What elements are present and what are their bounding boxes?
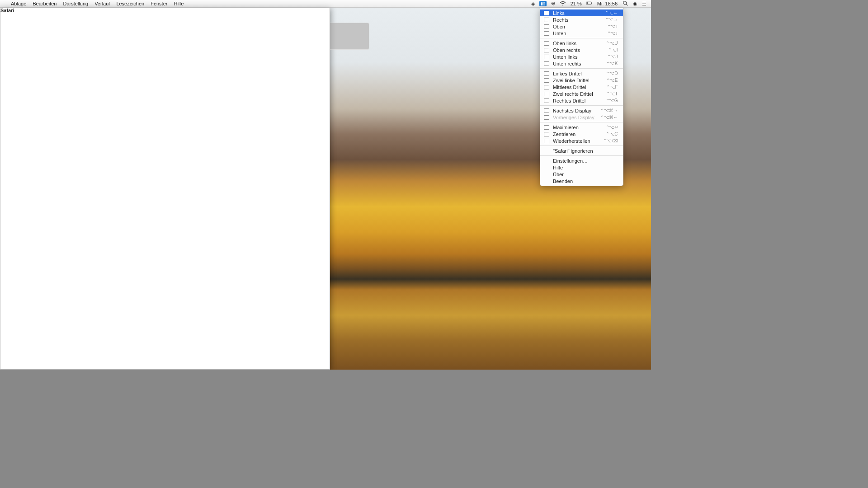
svg-rect-2 <box>586 2 587 4</box>
menu-item[interactable]: "Safari" ignorieren <box>540 147 623 154</box>
dropbox-menubar-icon[interactable]: ◈ <box>531 1 535 7</box>
window-position-icon <box>544 92 549 96</box>
menu-item: Vorheriges Display⌃⌥⌘← <box>540 114 623 121</box>
menu-shortcut: ⌃⌥G <box>606 98 618 103</box>
menu-item[interactable]: Maximieren⌃⌥↩ <box>540 124 623 131</box>
menu-hilfe[interactable]: Hilfe <box>174 1 184 6</box>
menu-shortcut: ⌃⌥C <box>606 131 618 136</box>
menu-shortcut: ⌃⌥I <box>608 47 618 52</box>
menu-item-label: Rechtes Drittel <box>553 98 602 103</box>
menu-item-label: Rechts <box>553 17 601 23</box>
menu-shortcut: ⌃⌥U <box>606 41 618 46</box>
menu-item-label: Einstellungen… <box>553 158 618 164</box>
window-position-icon <box>544 78 549 83</box>
menu-lesezeichen[interactable]: Lesezeichen <box>116 1 144 6</box>
menu-item-label: Zentrieren <box>553 131 602 137</box>
menu-item[interactable]: Zwei linke Drittel⌃⌥E <box>540 77 623 84</box>
menu-item-label: Unten links <box>553 54 604 60</box>
menu-item[interactable]: Oben rechts⌃⌥I <box>540 47 623 53</box>
menu-item-label: Links <box>553 10 601 16</box>
menu-item-label: Zwei linke Drittel <box>553 78 603 83</box>
menu-item-label: Oben <box>553 24 604 29</box>
window-position-icon <box>544 125 549 130</box>
menu-item[interactable]: Wiederherstellen⌃⌥⌫ <box>540 137 623 144</box>
menu-item[interactable]: Linkes Drittel⌃⌥D <box>540 70 623 77</box>
menu-item[interactable]: Oben⌃⌥↑ <box>540 23 623 30</box>
menu-shortcut: ⌃⌥J <box>607 54 618 59</box>
scrollbar-thumb[interactable] <box>326 23 369 50</box>
menu-item-label: Maximieren <box>553 125 602 130</box>
menu-item[interactable]: Unten links⌃⌥J <box>540 53 623 60</box>
menu-verlauf[interactable]: Verlauf <box>94 1 110 6</box>
menu-item-label: Wiederherstellen <box>553 138 599 144</box>
menu-shortcut: ⌃⌥↓ <box>607 31 618 36</box>
menu-item[interactable]: Unten⌃⌥↓ <box>540 30 623 37</box>
menu-ablage[interactable]: Ablage <box>11 1 26 6</box>
menu-item-label: Beenden <box>553 178 618 184</box>
menu-item-label: Mittleres Drittel <box>553 84 603 90</box>
window-position-icon <box>544 18 549 22</box>
menu-shortcut: ⌃⌥E <box>606 78 618 83</box>
menu-shortcut: ⌃⌥⌫ <box>603 138 618 143</box>
menu-item-label: Hilfe <box>553 165 618 170</box>
menu-item-label: Oben links <box>553 41 602 46</box>
svg-rect-1 <box>591 3 592 4</box>
siri-icon[interactable]: ◉ <box>633 1 637 7</box>
window-position-icon <box>544 24 549 29</box>
window-position-icon <box>544 139 549 143</box>
menu-item-label: Linkes Drittel <box>553 71 602 76</box>
menu-item-label: Unten <box>553 31 604 36</box>
battery-icon[interactable] <box>586 0 593 7</box>
menu-item[interactable]: Beenden <box>540 178 623 184</box>
window-position-icon <box>544 48 549 52</box>
menu-shortcut: ⌃⌥→ <box>605 17 618 22</box>
window-position-icon <box>544 61 549 66</box>
menu-shortcut: ⌃⌥⌘← <box>600 115 618 120</box>
menu-item-label: Nächstes Display <box>553 108 597 113</box>
app-menu[interactable]: Safari <box>0 8 330 370</box>
menu-item[interactable]: Zwei rechte Drittel⌃⌥T <box>540 90 623 97</box>
menu-item[interactable]: Zentrieren⌃⌥C <box>540 131 623 137</box>
menu-item[interactable]: Mittleres Drittel⌃⌥F <box>540 84 623 90</box>
menu-item[interactable]: Oben links⌃⌥U <box>540 40 623 47</box>
menu-item[interactable]: Rechts⌃⌥→ <box>540 16 623 23</box>
menubar-clock[interactable]: Mi. 18:56 <box>597 1 618 6</box>
menu-item-label: Oben rechts <box>553 47 604 53</box>
battery-percent: 21 % <box>571 1 582 6</box>
svg-point-3 <box>623 1 627 5</box>
menu-shortcut: ⌃⌥⌘→ <box>600 108 618 113</box>
menu-darstellung[interactable]: Darstellung <box>63 1 88 6</box>
menu-shortcut: ⌃⌥T <box>606 91 618 96</box>
menu-bearbeiten[interactable]: Bearbeiten <box>33 1 57 6</box>
window-position-icon <box>544 108 549 113</box>
window-position-icon <box>544 31 549 36</box>
menu-item[interactable]: Unten rechts⌃⌥K <box>540 60 623 67</box>
menu-item[interactable]: Über <box>540 171 623 178</box>
menu-item[interactable]: Links⌃⌥← <box>540 9 623 16</box>
notification-center-icon[interactable]: ☰ <box>642 1 646 7</box>
menu-item[interactable]: Nächstes Display⌃⌥⌘→ <box>540 107 623 114</box>
window-position-icon <box>544 55 549 59</box>
window-position-icon <box>544 41 549 46</box>
menu-item[interactable]: Hilfe <box>540 164 623 171</box>
menu-fenster[interactable]: Fenster <box>151 1 167 6</box>
menu-shortcut: ⌃⌥K <box>606 61 618 66</box>
menu-shortcut: ⌃⌥F <box>606 84 618 89</box>
window-position-icon <box>544 115 549 120</box>
wifi-menubar-icon[interactable] <box>560 0 566 7</box>
menu-item-label: Über <box>553 172 618 177</box>
menu-item[interactable]: Rechtes Drittel⌃⌥G <box>540 97 623 104</box>
fan-menubar-icon[interactable]: ❋ <box>551 1 555 7</box>
spotlight-icon[interactable] <box>622 0 628 7</box>
svg-line-4 <box>626 4 628 6</box>
menu-item-label: "Safari" ignorieren <box>553 148 618 154</box>
window-position-icon <box>544 99 549 103</box>
menu-item-label: Vorheriges Display <box>553 115 597 120</box>
menu-item-label: Zwei rechte Drittel <box>553 91 603 97</box>
menu-shortcut: ⌃⌥D <box>606 71 618 76</box>
menu-shortcut: ⌃⌥← <box>605 10 618 15</box>
menu-item[interactable]: Einstellungen… <box>540 157 623 164</box>
macos-menubar: Safari Ablage Bearbeiten Darstellung Ver… <box>0 0 651 8</box>
menu-shortcut: ⌃⌥↑ <box>607 24 618 29</box>
magnet-menubar-icon[interactable]: ▮▯ <box>539 1 547 6</box>
